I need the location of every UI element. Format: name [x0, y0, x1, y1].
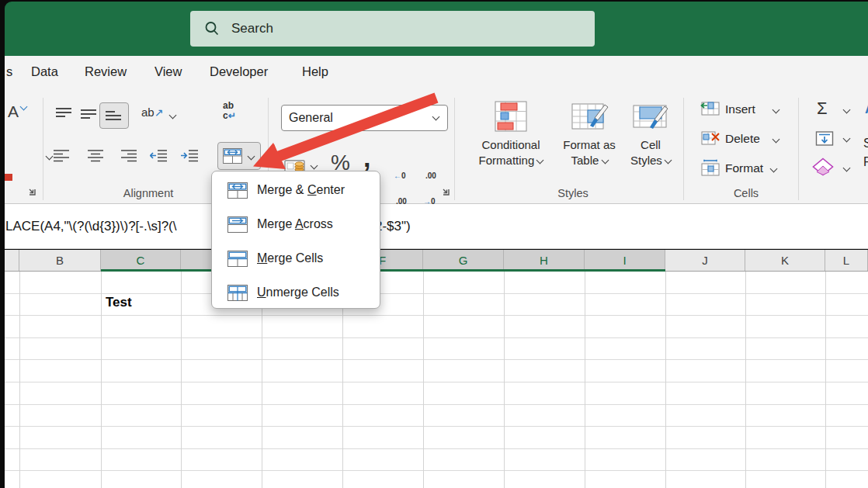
number-dialog-launcher-icon[interactable]: [440, 186, 451, 197]
cell-styles-icon[interactable]: [630, 99, 671, 135]
tab-view[interactable]: View: [155, 64, 182, 79]
align-bottom-icon: [106, 109, 123, 123]
col-header-b[interactable]: B: [19, 250, 101, 271]
column-headers: B C D E F G H I J K L: [5, 250, 868, 272]
col-header-g[interactable]: G: [423, 250, 504, 271]
chevron-down-icon: [20, 103, 28, 111]
delete-chevron[interactable]: [773, 136, 780, 144]
format-as-table-icon[interactable]: [569, 99, 609, 135]
chevron-down-icon: [536, 157, 544, 164]
gridline: [665, 272, 666, 488]
number-format-select[interactable]: General: [281, 105, 448, 131]
wrap-text-button[interactable]: ab c↵: [223, 101, 236, 121]
font-dialog-launcher-icon[interactable]: [26, 186, 37, 197]
orientation-button[interactable]: ab↗: [141, 106, 163, 119]
chevron-down-icon: [665, 157, 672, 164]
gridline: [825, 272, 826, 488]
format-cells-icon[interactable]: [700, 159, 720, 176]
group-separator: [683, 98, 684, 200]
format-as-table-button[interactable]: Format as Table: [554, 137, 625, 168]
col-header-j[interactable]: J: [665, 250, 745, 271]
menu-item-unmerge-cells[interactable]: Unmerge Cells: [212, 275, 380, 310]
font-color-swatch: [5, 174, 12, 181]
autosum-button[interactable]: Σ: [817, 99, 828, 119]
search-placeholder: Search: [231, 21, 273, 36]
col-header-h[interactable]: H: [504, 250, 585, 271]
left-arrow-icon: ←: [394, 171, 401, 180]
insert-cells-icon[interactable]: [700, 100, 720, 117]
col-header-k[interactable]: K: [745, 250, 825, 271]
search-box[interactable]: Search: [190, 11, 595, 47]
orientation-chevron[interactable]: [169, 112, 177, 119]
decrease-indent-button[interactable]: [150, 149, 168, 162]
group-separator: [798, 98, 799, 200]
accounting-chevron[interactable]: [311, 162, 318, 170]
delete-cells-icon[interactable]: [700, 130, 720, 147]
insert-chevron[interactable]: [773, 106, 780, 114]
cells-group-label: Cells: [703, 187, 789, 199]
comma-style-button[interactable]: ,: [363, 143, 370, 173]
col-header-a-partial[interactable]: [5, 250, 19, 271]
menu-item-merge-center[interactable]: Merge & Center: [212, 173, 380, 207]
menu-item-merge-across[interactable]: Merge Across: [212, 207, 380, 241]
sort-filter-label-partial: S: [863, 137, 868, 151]
gridline: [745, 272, 746, 488]
excel-window: Search s Data Review View Developer Help…: [0, 0, 868, 488]
gridline: [181, 272, 182, 488]
titlebar: Search: [5, 2, 868, 56]
formula-bar[interactable]: LACE(A4,"\(?(\d{3})\)?[-.\s]?(\ 2-$3"): [5, 204, 868, 249]
find-select-label-partial: F: [863, 155, 868, 169]
gridline: [19, 272, 20, 488]
gridline: [504, 272, 505, 488]
group-separator: [43, 98, 43, 200]
tab-help[interactable]: Help: [302, 64, 328, 79]
tab-review[interactable]: Review: [85, 64, 127, 79]
cell-c2-test[interactable]: Test: [106, 295, 132, 310]
unmerge-cells-icon: [227, 285, 248, 301]
font-color-chevron[interactable]: [46, 153, 54, 161]
tab-developer[interactable]: Developer: [210, 64, 268, 79]
gridline: [423, 272, 424, 488]
tab-data[interactable]: Data: [31, 64, 58, 79]
fill-down-icon[interactable]: [815, 130, 834, 147]
conditional-formatting-button[interactable]: Conditional Formatting: [467, 137, 554, 168]
tab-formulas-partial[interactable]: s: [6, 64, 12, 79]
align-left-button[interactable]: [54, 149, 71, 162]
merge-across-icon: [227, 216, 248, 233]
insert-button[interactable]: Insert: [725, 102, 755, 116]
align-middle-button[interactable]: [81, 107, 98, 120]
align-top-button[interactable]: [56, 107, 73, 120]
col-header-l-partial[interactable]: L: [825, 250, 868, 271]
format-button[interactable]: Format: [725, 161, 763, 175]
fill-chevron[interactable]: [843, 135, 851, 143]
align-center-button[interactable]: [88, 149, 105, 162]
conditional-formatting-icon[interactable]: [491, 99, 531, 135]
search-icon: [203, 20, 220, 37]
gridline: [585, 272, 585, 488]
sheet-grid[interactable]: Test =REGEXREPLACE(A4,"\(?(\d{3})\)?[-.\…: [5, 272, 868, 488]
format-chevron[interactable]: [770, 165, 778, 173]
col-header-c[interactable]: C: [101, 250, 181, 271]
chevron-down-icon: [601, 157, 609, 164]
font-size-button[interactable]: A: [8, 102, 19, 121]
increase-indent-button[interactable]: [181, 149, 200, 162]
styles-group-label: Styles: [526, 187, 620, 199]
number-format-value: General: [289, 111, 333, 125]
gridline: [101, 272, 102, 488]
delete-button[interactable]: Delete: [725, 132, 760, 146]
align-right-button[interactable]: [121, 149, 138, 162]
sort-icon-partial: A: [865, 101, 868, 117]
orientation-arrow-icon: ↗: [155, 106, 164, 119]
alignment-group-label: Alignment: [90, 187, 207, 199]
merge-cells-icon: [227, 251, 248, 267]
merge-center-icon: [223, 148, 242, 164]
autosum-chevron[interactable]: [843, 106, 851, 114]
number-format-chevron: [432, 113, 440, 121]
clear-chevron[interactable]: [843, 164, 851, 172]
col-header-i[interactable]: I: [585, 250, 665, 271]
cell-styles-button[interactable]: Cell Styles: [620, 137, 682, 168]
ribbon: s Data Review View Developer Help A: [5, 56, 868, 204]
wrap-return-icon: ↵: [228, 110, 236, 121]
clear-eraser-icon[interactable]: [812, 157, 834, 176]
menu-item-merge-cells[interactable]: Merge Cells: [212, 241, 380, 275]
